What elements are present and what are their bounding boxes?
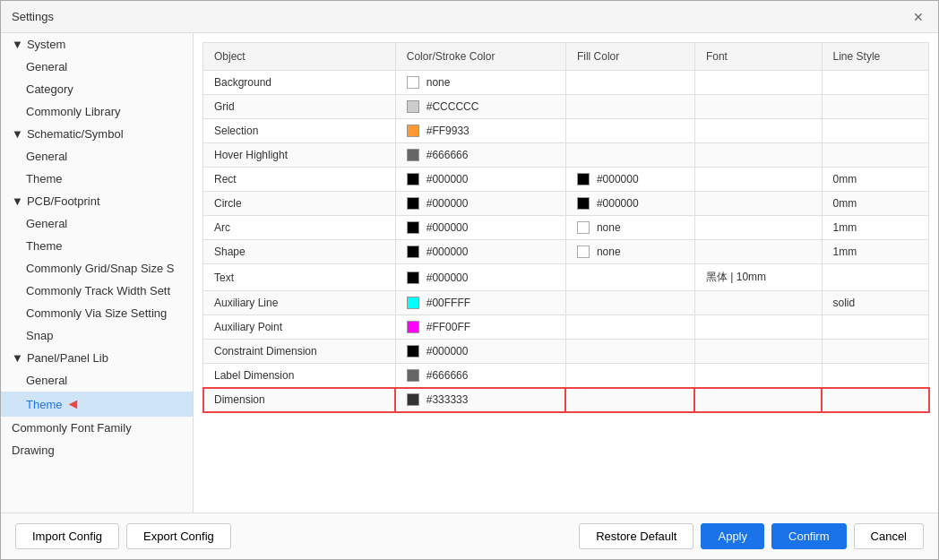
table-cell-color[interactable]: #000000	[395, 240, 565, 264]
table-cell-line-style	[822, 119, 928, 143]
table-cell-color[interactable]: #000000	[395, 192, 565, 216]
table-row[interactable]: Label Dimension#666666	[203, 364, 929, 388]
table-cell-fill[interactable]: none	[565, 240, 694, 264]
sidebar-item-schematic-theme[interactable]: Theme	[1, 168, 193, 190]
col-object: Object	[203, 43, 396, 71]
arrow-icon: ◄	[65, 396, 80, 412]
table-cell-fill[interactable]: #000000	[565, 168, 694, 192]
table-cell-font: 黑体 | 10mm	[694, 264, 822, 291]
table-cell-fill[interactable]	[565, 119, 694, 143]
sidebar-item-commonly-library[interactable]: Commonly Library	[1, 100, 193, 123]
sidebar: ▼ System General Category Commonly Libra…	[1, 33, 194, 513]
sidebar-group-pcb[interactable]: ▼ PCB/Footprint	[1, 190, 193, 212]
table-row[interactable]: Auxiliary Point#FF00FF	[203, 315, 929, 340]
sidebar-item-label: Commonly Via Size Setting	[26, 306, 167, 320]
restore-default-button[interactable]: Restore Default	[579, 523, 693, 549]
color-swatch-icon	[407, 100, 419, 113]
table-cell-object: Auxiliary Point	[203, 315, 396, 340]
sidebar-item-system-general[interactable]: General	[1, 56, 193, 78]
table-cell-color[interactable]: #666666	[395, 364, 565, 388]
table-cell-color[interactable]: #FF9933	[395, 119, 565, 143]
table-cell-fill[interactable]: #000000	[565, 192, 694, 216]
table-cell-color[interactable]: #000000	[395, 340, 565, 364]
color-swatch-icon	[407, 173, 419, 185]
table-row[interactable]: Selection#FF9933	[203, 119, 929, 143]
table-cell-font	[694, 95, 822, 119]
apply-button[interactable]: Apply	[701, 523, 764, 549]
table-cell-color[interactable]: #FF00FF	[395, 315, 565, 340]
table-cell-color[interactable]: #CCCCCC	[395, 95, 565, 119]
export-config-button[interactable]: Export Config	[126, 523, 231, 549]
fill-swatch-icon	[577, 221, 590, 234]
sidebar-item-commonly-font[interactable]: Commonly Font Family	[1, 417, 193, 439]
sidebar-item-pcb-theme[interactable]: Theme	[1, 235, 193, 257]
table-row[interactable]: Auxiliary Line#00FFFFsolid	[203, 291, 929, 315]
table-row[interactable]: Constraint Dimension#000000	[203, 340, 929, 364]
table-cell-color[interactable]: #666666	[395, 143, 565, 168]
color-value: #666666	[426, 149, 469, 161]
table-cell-line-style: 1mm	[822, 240, 928, 264]
table-cell-line-style	[822, 340, 928, 364]
sidebar-group-schematic-label: Schematic/Symbol	[27, 127, 124, 141]
confirm-button[interactable]: Confirm	[771, 523, 847, 549]
table-cell-fill[interactable]	[565, 95, 694, 119]
col-color: Color/Stroke Color	[395, 43, 565, 71]
table-row[interactable]: Backgroundnone	[203, 71, 929, 95]
sidebar-item-panel-theme[interactable]: Theme ◄	[1, 392, 193, 417]
sidebar-item-pcb-snap[interactable]: Snap	[1, 324, 193, 347]
close-button[interactable]: ✕	[909, 8, 927, 26]
sidebar-item-pcb-general[interactable]: General	[1, 212, 193, 235]
sidebar-group-schematic[interactable]: ▼ Schematic/Symbol	[1, 123, 193, 145]
table-cell-fill[interactable]	[565, 291, 694, 315]
table-cell-color[interactable]: #000000	[395, 168, 565, 192]
sidebar-item-schematic-general[interactable]: General	[1, 145, 193, 168]
chevron-down-icon: ▼	[12, 351, 23, 365]
sidebar-item-panel-general[interactable]: General	[1, 369, 193, 392]
table-row[interactable]: Hover Highlight#666666	[203, 143, 929, 168]
table-row[interactable]: Arc#000000none1mm	[203, 216, 929, 240]
sidebar-item-system-category[interactable]: Category	[1, 78, 193, 100]
sidebar-item-label: Drawing	[12, 444, 55, 457]
table-cell-fill[interactable]	[565, 364, 694, 388]
table-header-row: Object Color/Stroke Color Fill Color Fon…	[203, 43, 929, 71]
table-cell-fill[interactable]	[565, 388, 694, 412]
table-cell-line-style: 0mm	[822, 192, 928, 216]
import-config-button[interactable]: Import Config	[15, 523, 119, 549]
table-cell-color[interactable]: #00FFFF	[395, 291, 565, 315]
table-row[interactable]: Rect#000000#0000000mm	[203, 168, 929, 192]
table-cell-fill[interactable]	[565, 143, 694, 168]
table-row[interactable]: Grid#CCCCCC	[203, 95, 929, 119]
cancel-button[interactable]: Cancel	[854, 523, 924, 549]
table-row[interactable]: Dimension#333333	[203, 388, 929, 412]
sidebar-item-label: Commonly Track Width Sett	[26, 284, 170, 297]
table-cell-fill[interactable]: none	[565, 216, 694, 240]
sidebar-group-panel[interactable]: ▼ Panel/Panel Lib	[1, 347, 193, 369]
color-swatch-icon	[407, 297, 419, 309]
table-cell-fill[interactable]	[565, 71, 694, 95]
table-row[interactable]: Text#000000黑体 | 10mm	[203, 264, 929, 291]
table-cell-fill[interactable]	[565, 264, 694, 291]
sidebar-item-pcb-grid-snap[interactable]: Commonly Grid/Snap Size S	[1, 257, 193, 280]
sidebar-item-label: General	[26, 60, 67, 73]
sidebar-group-system-label: System	[27, 38, 65, 51]
sidebar-item-pcb-via-size[interactable]: Commonly Via Size Setting	[1, 302, 193, 324]
sidebar-item-label: Commonly Grid/Snap Size S	[26, 262, 174, 275]
color-value: #000000	[426, 197, 469, 210]
table-cell-color[interactable]: none	[395, 71, 565, 95]
table-row[interactable]: Circle#000000#0000000mm	[203, 192, 929, 216]
table-cell-fill[interactable]	[565, 315, 694, 340]
settings-window: Settings ✕ ▼ System General Category Com…	[0, 0, 939, 560]
table-cell-object: Background	[203, 71, 396, 95]
table-cell-fill[interactable]	[565, 340, 694, 364]
sidebar-group-system[interactable]: ▼ System	[1, 33, 193, 56]
table-cell-color[interactable]: #333333	[395, 388, 565, 412]
main-content: ▼ System General Category Commonly Libra…	[1, 33, 938, 513]
table-cell-color[interactable]: #000000	[395, 264, 565, 291]
sidebar-item-pcb-track-width[interactable]: Commonly Track Width Sett	[1, 280, 193, 302]
table-row[interactable]: Shape#000000none1mm	[203, 240, 929, 264]
table-cell-object: Shape	[203, 240, 396, 264]
col-fill: Fill Color	[565, 43, 694, 71]
sidebar-item-drawing[interactable]: Drawing	[1, 439, 193, 461]
table-cell-color[interactable]: #000000	[395, 216, 565, 240]
color-value: #00FFFF	[426, 297, 470, 309]
